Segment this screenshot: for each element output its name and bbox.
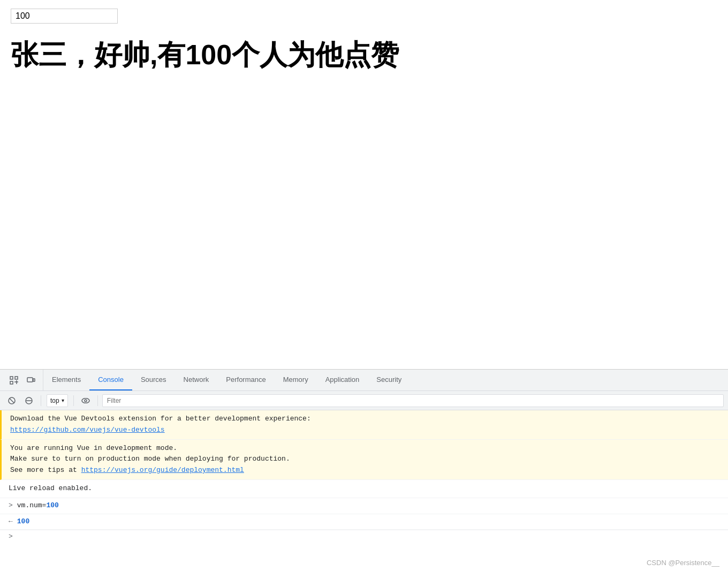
console-input-line: > <box>0 530 728 543</box>
console-value-100: 100 <box>46 501 58 509</box>
tab-sources[interactable]: Sources <box>132 370 175 390</box>
tab-network[interactable]: Network <box>175 370 218 390</box>
tab-performance[interactable]: Performance <box>217 370 274 390</box>
csdn-watermark: CSDN @Persistence__ <box>647 559 719 567</box>
svg-rect-2 <box>15 377 18 379</box>
inspect-element-button[interactable] <box>6 373 21 388</box>
console-cmd-text: vm.num=100 <box>17 500 59 512</box>
devtools-tabs: Elements Console Sources Network Perform… <box>43 370 726 390</box>
console-prompt-gt: > <box>9 500 13 512</box>
tab-application[interactable]: Application <box>317 370 368 390</box>
tab-security[interactable]: Security <box>368 370 410 390</box>
tab-memory[interactable]: Memory <box>275 370 317 390</box>
page-heading: 张三，好帅,有100个人为他点赞 <box>11 36 717 74</box>
eye-icon-button[interactable] <box>78 393 93 408</box>
console-line-3: See more tips at https://vuejs.org/guide… <box>10 465 719 476</box>
console-line-2: Make sure to turn on production mode whe… <box>10 454 719 465</box>
device-toolbar-button[interactable] <box>24 373 39 388</box>
console-result-100: ← 100 <box>0 514 728 530</box>
svg-rect-5 <box>27 378 33 382</box>
devtools-panel: Elements Console Sources Network Perform… <box>0 369 728 571</box>
console-message-devtools: Download the Vue Devtools extension for … <box>0 410 728 440</box>
svg-rect-1 <box>10 381 13 384</box>
devtools-toolbar: Elements Console Sources Network Perform… <box>0 370 728 391</box>
svg-rect-6 <box>33 379 35 381</box>
toolbar-separator <box>41 395 41 406</box>
console-toolbar: top ▾ <box>0 391 728 410</box>
console-output: Download the Vue Devtools extension for … <box>0 410 728 571</box>
svg-point-12 <box>85 400 87 402</box>
toolbar-separator-3 <box>97 395 98 406</box>
page-content: 张三，好帅,有100个人为他点赞 <box>0 0 728 82</box>
chevron-down-icon: ▾ <box>62 397 64 403</box>
console-result-value: 100 <box>17 516 29 528</box>
clear-console-button[interactable] <box>4 393 19 408</box>
console-line-1: You are running Vue in development mode. <box>10 443 719 454</box>
deployment-link[interactable]: https://vuejs.org/guide/deployment.html <box>81 466 244 474</box>
svg-line-8 <box>10 399 14 403</box>
devtools-link[interactable]: https://github.com/vuejs/vue-devtools <box>10 426 165 434</box>
svg-rect-0 <box>10 377 13 379</box>
console-message-text: Download the Vue Devtools extension for … <box>10 414 719 425</box>
svg-point-11 <box>82 398 89 403</box>
tab-elements[interactable]: Elements <box>43 370 89 390</box>
num-input[interactable] <box>11 9 118 24</box>
devtools-icon-group <box>2 370 43 390</box>
block-console-button[interactable] <box>21 393 36 408</box>
console-empty-prompt: > <box>9 532 13 540</box>
console-filter-input[interactable] <box>102 394 724 407</box>
console-message-devmode: You are running Vue in development mode.… <box>0 440 728 480</box>
toolbar-separator-2 <box>73 395 74 406</box>
console-cmd-vmnum: > vm.num=100 <box>0 498 728 514</box>
console-message-livereload: Live reload enabled. <box>0 480 728 498</box>
context-selector[interactable]: top ▾ <box>47 394 68 407</box>
console-prompt-lt: ← <box>9 516 13 528</box>
tab-console[interactable]: Console <box>89 370 132 390</box>
console-message-link-1: https://github.com/vuejs/vue-devtools <box>10 425 719 436</box>
